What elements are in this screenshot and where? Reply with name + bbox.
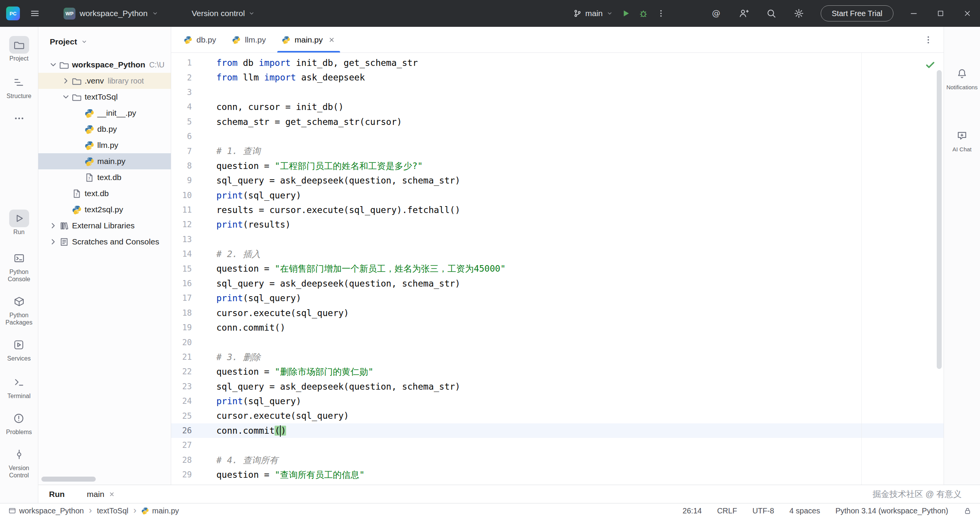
maximize-button[interactable] (932, 5, 949, 22)
indent-style[interactable]: 4 spaces (789, 507, 820, 515)
titlebar: PC WP workspace_Python Version control m… (0, 0, 980, 27)
tree-item-llm-py[interactable]: llm.py (38, 137, 171, 153)
code-line[interactable]: 17print(sql_query) (171, 291, 944, 305)
editor-tab-db-py[interactable]: db.py (176, 27, 224, 52)
sidebar-item-python-console[interactable]: Python Console (1, 249, 37, 283)
python-interpreter[interactable]: Python 3.14 (workspace_Python) (835, 507, 948, 515)
code-line[interactable]: 5schema_str = get_schema_str(cursor) (171, 115, 944, 129)
collab-button[interactable]: @ (707, 5, 725, 22)
code-line[interactable]: 7# 1. 查询 (171, 144, 944, 158)
run-tab-main[interactable]: main (87, 490, 116, 499)
breadcrumb-workspace-python[interactable]: workspace_Python (8, 507, 84, 515)
debug-button[interactable] (635, 5, 652, 22)
sidebar-item-version-control[interactable]: Version Control (1, 446, 37, 479)
chevron-right-icon[interactable] (48, 221, 58, 230)
code-line[interactable]: 9sql_query = ask_deepseek(question, sche… (171, 173, 944, 188)
tree-item-init-py[interactable]: __init__.py (38, 105, 171, 121)
lock-icon[interactable] (964, 507, 972, 515)
code-line[interactable]: 28# 4. 查询所有 (171, 453, 944, 467)
project-selector[interactable]: WP workspace_Python (60, 5, 162, 22)
pycharm-logo-icon[interactable]: PC (6, 7, 20, 20)
inspection-ok-icon[interactable] (924, 59, 936, 70)
code-line[interactable]: 12print(results) (171, 217, 944, 232)
start-free-trial-button[interactable]: Start Free Trial (821, 5, 893, 21)
win-icon (8, 507, 16, 515)
python-icon (282, 36, 290, 44)
sidebar-item-run[interactable]: Run (9, 210, 29, 236)
close-icon[interactable] (108, 491, 115, 498)
code-line[interactable]: 22question = "删除市场部门的黄仁勋" (171, 364, 944, 379)
tree-item-text-db[interactable]: ?text.db (38, 185, 171, 202)
code-line[interactable]: 23sql_query = ask_deepseek(question, sch… (171, 379, 944, 394)
code-text: # 1. 查询 (216, 144, 260, 158)
tree-item-workspace-python[interactable]: workspace_PythonC:\U (38, 57, 171, 73)
code-line[interactable]: 15question = "在销售部门增加一个新员工，姓名为张三，工资为4500… (171, 261, 944, 276)
sidebar-item-project[interactable]: Project (9, 36, 29, 62)
horizontal-scrollbar[interactable] (41, 477, 96, 482)
chevron-down-icon[interactable] (48, 60, 58, 69)
code-area[interactable]: 1from db import init_db, get_schema_str2… (171, 53, 944, 485)
breadcrumb-main-py[interactable]: main.py (141, 507, 179, 515)
code-line[interactable]: 18cursor.execute(sql_query) (171, 306, 944, 320)
code-line[interactable]: 10print(sql_query) (171, 188, 944, 203)
tree-item-db-py[interactable]: db.py (38, 121, 171, 137)
code-line[interactable]: 14# 2. 插入 (171, 247, 944, 261)
main-menu-button[interactable] (26, 5, 44, 22)
editor-scrollbar[interactable] (937, 70, 942, 369)
more-actions-button[interactable] (652, 5, 670, 22)
code-line[interactable]: 20 (171, 335, 944, 349)
tab-options-icon[interactable] (924, 35, 933, 44)
code-with-me-button[interactable] (735, 5, 753, 22)
tree-item-text2sql-py[interactable]: text2sql.py (38, 202, 171, 218)
project-panel-header[interactable]: Project (38, 27, 171, 57)
encoding[interactable]: UTF-8 (753, 507, 774, 515)
sidebar-item-more-h[interactable] (9, 110, 29, 127)
sidebar-item-services[interactable]: Services (7, 336, 31, 362)
code-line[interactable]: 13 (171, 232, 944, 247)
chevron-right-icon[interactable] (48, 237, 58, 246)
tree-item-main-py[interactable]: main.py (38, 153, 171, 169)
editor-tab-main-py[interactable]: main.py (274, 27, 344, 52)
run-panel-title[interactable]: Run (49, 490, 65, 499)
code-line[interactable]: 4conn, cursor = init_db() (171, 100, 944, 114)
search-everywhere-button[interactable] (762, 5, 780, 22)
run-button[interactable] (617, 5, 635, 22)
sidebar-item-ai-chat[interactable]: AI Chat (952, 127, 972, 152)
code-line[interactable]: 29question = "查询所有员工的信息" (171, 467, 944, 482)
code-line[interactable]: 19conn.commit() (171, 320, 944, 335)
code-line[interactable]: 1from db import init_db, get_schema_str (171, 56, 944, 70)
code-line[interactable]: 21# 3. 删除 (171, 350, 944, 364)
settings-button[interactable] (790, 5, 808, 22)
code-line[interactable]: 25cursor.execute(sql_query) (171, 408, 944, 423)
chevron-right-icon[interactable] (61, 76, 71, 85)
tree-item-venv[interactable]: .venvlibrary root (38, 73, 171, 89)
tree-item-scratches-and-consoles[interactable]: Scratches and Consoles (38, 234, 171, 250)
close-button[interactable] (959, 5, 976, 22)
code-line[interactable]: 6 (171, 129, 944, 144)
sidebar-item-terminal[interactable]: Terminal (7, 374, 30, 400)
code-line[interactable]: 2from llm import ask_deepseek (171, 70, 944, 85)
minimize-button[interactable] (905, 5, 923, 22)
sidebar-item-structure[interactable]: Structure (7, 74, 31, 100)
code-line[interactable]: 26conn.commit() (171, 423, 944, 438)
code-line[interactable]: 27 (171, 438, 944, 452)
line-separator[interactable]: CRLF (717, 507, 737, 515)
chevron-down-icon[interactable] (61, 92, 71, 102)
code-line[interactable]: 3 (171, 85, 944, 100)
tree-item-texttosql[interactable]: textToSql (38, 89, 171, 105)
tree-item-text-db[interactable]: ?text.db (38, 169, 171, 185)
branch-selector[interactable]: main (569, 7, 617, 20)
code-line[interactable]: 16sql_query = ask_deepseek(question, sch… (171, 276, 944, 291)
caret-position[interactable]: 26:14 (682, 507, 702, 515)
code-line[interactable]: 24print(sql_query) (171, 394, 944, 408)
vcs-menu[interactable]: Version control (188, 7, 259, 20)
editor-tab-llm-py[interactable]: llm.py (224, 27, 274, 52)
tree-item-external-libraries[interactable]: External Libraries (38, 218, 171, 234)
breadcrumb-texttosql[interactable]: textToSql (97, 507, 128, 515)
code-line[interactable]: 8question = "工程部门员工的姓名和工资是多少?" (171, 159, 944, 173)
close-icon[interactable] (328, 36, 335, 44)
code-line[interactable]: 11results = cursor.execute(sql_query).fe… (171, 203, 944, 217)
sidebar-item-notifications[interactable]: Notifications (946, 65, 978, 90)
sidebar-item-problems[interactable]: Problems (6, 410, 32, 436)
sidebar-item-python-packages[interactable]: Python Packages (1, 293, 37, 326)
